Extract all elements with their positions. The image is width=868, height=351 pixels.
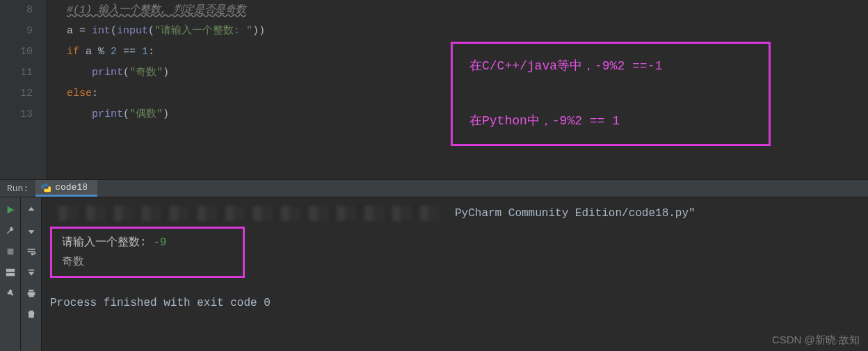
highlighted-output-box: 请输入一个整数: -9 奇数 [50, 227, 245, 278]
annotation-line: 在C/C++/java等中，-9%2 ==-1 [469, 56, 752, 76]
python-file-icon [41, 183, 51, 193]
soft-wrap-icon[interactable] [26, 246, 37, 257]
line-number: 8 [0, 0, 33, 21]
stop-icon[interactable] [5, 246, 16, 257]
line-number: 12 [0, 83, 33, 104]
line-number: 9 [0, 21, 33, 42]
code-editor[interactable]: 8 9 10 11 12 13 #(1) 输入一个整数, 判定是否是奇数 a =… [0, 0, 868, 179]
code-line[interactable]: #(1) 输入一个整数, 判定是否是奇数 [67, 0, 868, 21]
up-arrow-icon[interactable] [26, 204, 37, 215]
layout-icon[interactable] [5, 267, 16, 278]
code-content[interactable]: #(1) 输入一个整数, 判定是否是奇数 a = int(input("请输入一… [47, 0, 868, 179]
user-input: -9 [153, 236, 166, 249]
run-tab-label: code18 [55, 182, 88, 193]
svg-rect-1 [6, 269, 14, 272]
program-output: 奇数 [62, 252, 233, 272]
line-number: 10 [0, 42, 33, 63]
console-output[interactable]: PyCharm Community Edition/code18.py" 请输入… [42, 197, 868, 351]
input-prompt: 请输入一个整数: [62, 236, 153, 249]
scroll-to-end-icon[interactable] [26, 267, 37, 278]
run-toolbar-primary [0, 197, 21, 351]
wrench-icon[interactable] [5, 225, 16, 236]
run-tab[interactable]: code18 [35, 180, 97, 197]
svg-rect-2 [6, 273, 14, 276]
rerun-icon[interactable] [5, 204, 16, 215]
run-path-suffix: PyCharm Community Edition/code18.py" [455, 204, 696, 223]
print-icon[interactable] [26, 288, 37, 299]
code-line[interactable]: a = int(input("请输入一个整数: ")) [67, 21, 868, 42]
down-arrow-icon[interactable] [26, 225, 37, 236]
run-label: Run: [0, 180, 35, 197]
annotation-line: 在Python中，-9%2 == 1 [469, 111, 752, 131]
line-number: 11 [0, 63, 33, 83]
trash-icon[interactable] [26, 309, 37, 320]
comment-text: #(1) 输入一个整数, 判定是否是奇数 [67, 4, 246, 16]
svg-rect-0 [7, 249, 13, 255]
run-toolwindow-header[interactable]: Run: code18 [0, 179, 868, 197]
line-number: 13 [0, 104, 33, 125]
run-toolwindow-body: PyCharm Community Edition/code18.py" 请输入… [0, 197, 868, 351]
line-number-gutter: 8 9 10 11 12 13 [0, 0, 47, 179]
console-line: 请输入一个整数: -9 [62, 233, 233, 252]
exit-message: Process finished with exit code 0 [50, 293, 860, 313]
annotation-overlay: 在C/C++/java等中，-9%2 ==-1 在Python中，-9%2 ==… [451, 42, 771, 146]
watermark: CSDN @新晓·故知 [772, 334, 860, 347]
pin-icon[interactable] [5, 288, 16, 299]
console-line: PyCharm Community Edition/code18.py" [50, 204, 860, 222]
redacted-path [50, 206, 447, 221]
run-toolbar-secondary [21, 197, 42, 351]
